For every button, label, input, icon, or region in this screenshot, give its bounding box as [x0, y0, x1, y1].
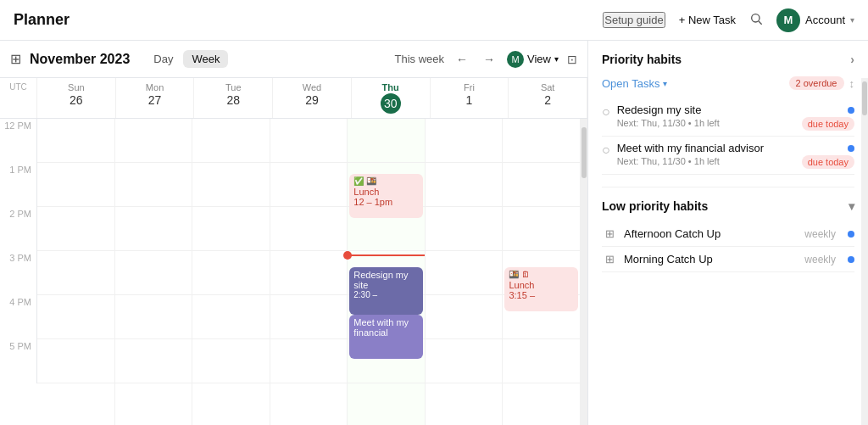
- priority-habits-section: Priority habits › Open Tasks ▾ 2 overdue…: [588, 41, 868, 187]
- habit-dot: [848, 256, 854, 263]
- habit-icon: ⊞: [602, 253, 617, 266]
- calendar-section: ⊞ November 2023 Day Week This week ← → M…: [0, 41, 588, 425]
- view-dropdown-button[interactable]: M View ▾: [507, 51, 559, 68]
- day-col-tue: [192, 119, 270, 425]
- chevron-down-icon: ▾: [849, 199, 854, 213]
- event-icons: ✅ 🍱: [353, 176, 376, 186]
- priority-habits-title: Priority habits: [602, 53, 682, 66]
- event-lunch-sat[interactable]: 🍱 🗓 Lunch 3:15 –: [504, 267, 578, 311]
- day-header-sat: Sat 2: [509, 78, 587, 118]
- habit-dot: [848, 231, 854, 238]
- priority-dot: [848, 145, 854, 152]
- sort-icon[interactable]: ↕: [849, 77, 855, 90]
- habit-name: Morning Catch Up: [624, 253, 798, 266]
- day-header-tue: Tue 28: [194, 78, 273, 118]
- task-item: ○ Redesign my site Next: Thu, 11/30 • 1h…: [602, 98, 854, 137]
- nav-left: Planner: [14, 11, 70, 29]
- view-toggle: Day Week: [145, 50, 228, 68]
- task-right: due today: [802, 103, 854, 131]
- scrollbar-thumb: [581, 127, 587, 178]
- day-header-wed: Wed 29: [273, 78, 352, 118]
- day-header-mon: Mon 27: [116, 78, 195, 118]
- prev-week-button[interactable]: ←: [453, 51, 471, 68]
- task-sub: Next: Thu, 11/30 • 1h left: [617, 118, 795, 128]
- app-title: Planner: [14, 11, 70, 29]
- priority-dot: [848, 107, 854, 114]
- open-tasks-row: Open Tasks ▾ 2 overdue ↕: [602, 76, 854, 90]
- task-title: Redesign my site: [617, 103, 795, 116]
- event-redesign[interactable]: Redesign my site 2:30 –: [349, 267, 423, 315]
- habit-freq: weekly: [804, 254, 836, 266]
- right-panel: Priority habits › Open Tasks ▾ 2 overdue…: [588, 41, 868, 425]
- low-priority-header: Low priority habits ▾: [602, 199, 854, 213]
- habit-item: ⊞ Morning Catch Up weekly: [602, 247, 854, 272]
- task-check-icon[interactable]: ○: [602, 104, 610, 120]
- day-col-wed: [270, 119, 348, 425]
- nav-right: Setup guide + New Task M Account ▾: [603, 8, 854, 32]
- open-tasks-button[interactable]: Open Tasks ▾: [602, 77, 667, 90]
- day-col-thu: ✅ 🍱 Lunch 12 – 1pm Redesign my site: [348, 119, 426, 425]
- time-line-bar: [348, 254, 425, 256]
- account-button[interactable]: M Account ▾: [776, 8, 854, 32]
- new-task-button[interactable]: + New Task: [679, 14, 736, 26]
- day-header-fri: Fri 1: [431, 78, 509, 118]
- event-meet-financial[interactable]: Meet with my financial: [349, 315, 423, 359]
- event-time: 3:15 –: [509, 290, 574, 300]
- day-view-button[interactable]: Day: [145, 50, 181, 68]
- event-time: 12 – 1pm: [353, 197, 392, 207]
- event-time: 2:30 –: [353, 290, 419, 299]
- right-scrollbar-thumb: [862, 81, 867, 115]
- day-header-sun: Sun 26: [37, 78, 116, 118]
- top-nav: Planner Setup guide + New Task M Account…: [0, 0, 868, 41]
- view-avatar: M: [507, 51, 524, 68]
- task-info: Meet with my financial advisor Next: Thu…: [617, 142, 795, 166]
- svg-point-0: [752, 14, 760, 21]
- account-label: Account: [805, 14, 845, 26]
- time-column: 12 PM 1 PM 2 PM 3 PM 4 PM 5 PM: [0, 119, 37, 425]
- view-dropdown-label: View: [527, 53, 551, 65]
- event-icons: 🍱 🗓: [509, 270, 574, 279]
- habit-icon: ⊞: [602, 227, 617, 240]
- timezone-label: UTC: [0, 78, 37, 118]
- due-badge: due today: [802, 155, 854, 169]
- day-col-fri: [426, 119, 504, 425]
- calendar-scrollbar[interactable]: [581, 119, 587, 425]
- cal-grid: UTC Sun 26 Mon 27 Tue 28: [0, 78, 587, 425]
- low-priority-section: Low priority habits ▾ ⊞ Afternoon Catch …: [588, 187, 868, 284]
- svg-line-1: [759, 21, 762, 25]
- task-info: Redesign my site Next: Thu, 11/30 • 1h l…: [617, 103, 795, 128]
- expand-icon-button[interactable]: ⊡: [567, 53, 577, 66]
- right-panel-scrollbar[interactable]: [861, 78, 868, 425]
- cal-toolbar: ⊞ November 2023 Day Week This week ← → M…: [0, 41, 587, 78]
- priority-habits-header: Priority habits ›: [602, 53, 854, 66]
- chevron-down-icon: ▾: [850, 15, 854, 25]
- search-button[interactable]: [749, 12, 763, 29]
- open-tasks-label: Open Tasks: [602, 77, 659, 90]
- day-col-mon: [115, 119, 193, 425]
- task-check-icon[interactable]: ○: [602, 143, 610, 158]
- event-title: Lunch: [509, 280, 574, 290]
- low-priority-title: Low priority habits: [602, 199, 708, 213]
- event-title: Lunch: [353, 187, 379, 197]
- chevron-down-icon: ▾: [554, 54, 559, 64]
- day-col-sun: [37, 119, 115, 425]
- chevron-down-icon: ▾: [663, 79, 667, 88]
- task-title: Meet with my financial advisor: [617, 142, 795, 154]
- month-title: November 2023: [30, 52, 130, 67]
- week-view-button[interactable]: Week: [183, 50, 228, 68]
- event-lunch-thu[interactable]: ✅ 🍱 Lunch 12 – 1pm: [349, 174, 423, 218]
- search-icon: [749, 12, 763, 25]
- event-title: Meet with my financial: [353, 317, 419, 338]
- habit-freq: weekly: [804, 228, 836, 240]
- next-week-button[interactable]: →: [480, 51, 498, 68]
- setup-guide-button[interactable]: Setup guide: [603, 12, 665, 28]
- due-badge: due today: [802, 117, 854, 131]
- calendar-grid-icon: ⊞: [10, 51, 21, 67]
- current-time-line: [348, 254, 425, 256]
- day-header-thu: Thu 30: [352, 78, 431, 118]
- event-title: Redesign my site: [353, 270, 419, 290]
- habit-name: Afternoon Catch Up: [624, 227, 798, 240]
- task-sub: Next: Thu, 11/30 • 1h left: [617, 156, 795, 166]
- this-week-button[interactable]: This week: [395, 53, 445, 65]
- habit-item: ⊞ Afternoon Catch Up weekly: [602, 221, 854, 247]
